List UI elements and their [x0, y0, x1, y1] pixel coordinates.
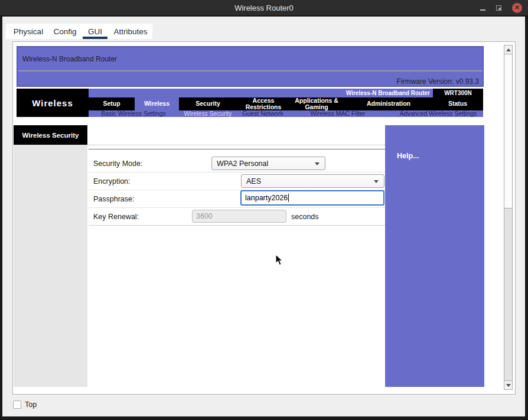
header-divider	[18, 70, 483, 71]
encryption-label: Encryption:	[93, 177, 131, 185]
router-header-title: Wireless-N Broadband Router	[22, 55, 117, 63]
window-border-bottom	[0, 416, 528, 420]
window-border-left	[0, 17, 2, 416]
nav-model-badge: WRT300N	[433, 89, 483, 97]
close-icon: ✕	[514, 5, 519, 11]
scrollbar-thumb[interactable]	[504, 54, 512, 209]
restore-button[interactable]	[496, 2, 501, 13]
key-renewal-input[interactable]: 3600	[192, 210, 286, 223]
nav-product-name: Wireless-N Broadband Router	[346, 89, 430, 97]
top-checkbox[interactable]	[13, 401, 21, 409]
scroll-up-button[interactable]	[504, 45, 512, 54]
nav-brand: Wireless	[17, 89, 89, 117]
title-bar[interactable]: Wireless Router0 ✕	[0, 0, 528, 17]
active-tab-underline	[83, 37, 107, 39]
restore-icon	[496, 5, 501, 11]
help-label: Help...	[397, 152, 419, 160]
form-bottom-divider	[89, 225, 385, 226]
row-divider	[89, 172, 385, 172]
router-nav: Wireless Wireless-N Broadband Router WRT…	[17, 89, 483, 117]
key-renewal-suffix: seconds	[291, 213, 319, 221]
tab-attributes[interactable]: Attributes	[112, 24, 149, 39]
vertical-scrollbar[interactable]	[504, 45, 513, 390]
subnav-guest-network[interactable]: Guest Network	[233, 110, 292, 117]
nav-item-access-restrictions[interactable]: Access Restrictions	[241, 97, 286, 110]
tab-config[interactable]: Config	[53, 24, 77, 39]
text-caret	[288, 194, 289, 202]
router-header: Wireless-N Broadband Router Firmware Ver…	[17, 46, 484, 87]
tab-physical[interactable]: Physical	[13, 24, 44, 39]
subnav-wireless-mac-filter[interactable]: Wireless MAC Filter	[296, 110, 379, 117]
row-divider	[89, 207, 385, 208]
passphrase-label: Passphrase:	[93, 195, 134, 203]
minimize-button[interactable]	[480, 2, 485, 13]
key-renewal-label: Key Renewal:	[93, 213, 139, 221]
window-title: Wireless Router0	[234, 4, 294, 12]
chevron-down-icon	[374, 180, 379, 183]
nav-item-status[interactable]: Status	[432, 97, 484, 110]
subnav-basic-wireless-settings[interactable]: Basic Wireless Settings	[92, 110, 175, 117]
security-mode-select[interactable]: WPA2 Personal	[211, 157, 325, 170]
section-title: Wireless Security	[14, 125, 87, 145]
help-panel[interactable]: Help...	[385, 125, 484, 387]
nav-item-applications-gaming[interactable]: Applications & Gaming	[292, 97, 341, 110]
form-top-divider	[89, 149, 385, 149]
scroll-down-button[interactable]	[504, 380, 512, 389]
nav-item-wireless[interactable]: Wireless	[135, 97, 179, 110]
chevron-down-icon	[315, 162, 320, 165]
nav-item-security[interactable]: Security	[182, 97, 234, 110]
minimize-icon	[480, 9, 485, 11]
encryption-select[interactable]: AES	[241, 174, 384, 188]
divider	[87, 145, 385, 145]
subnav-advanced-wireless-settings[interactable]: Advanced Wireless Settings	[391, 110, 485, 117]
nav-item-administration[interactable]: Administration	[354, 97, 423, 110]
security-mode-label: Security Mode:	[93, 159, 142, 168]
scroll-up-icon	[506, 48, 511, 51]
subnav-wireless-security[interactable]: Wireless Security	[172, 110, 243, 117]
left-sidebar	[14, 125, 87, 387]
top-checkbox-label: Top	[25, 401, 37, 409]
window-border-right	[525, 17, 528, 416]
firmware-version: Firmware Version: v0.93.3	[397, 77, 479, 86]
scroll-down-icon	[506, 384, 511, 387]
passphrase-input[interactable]: lanparty2026	[240, 190, 384, 206]
close-button[interactable]: ✕	[512, 3, 522, 13]
nav-item-setup[interactable]: Setup	[90, 97, 133, 110]
